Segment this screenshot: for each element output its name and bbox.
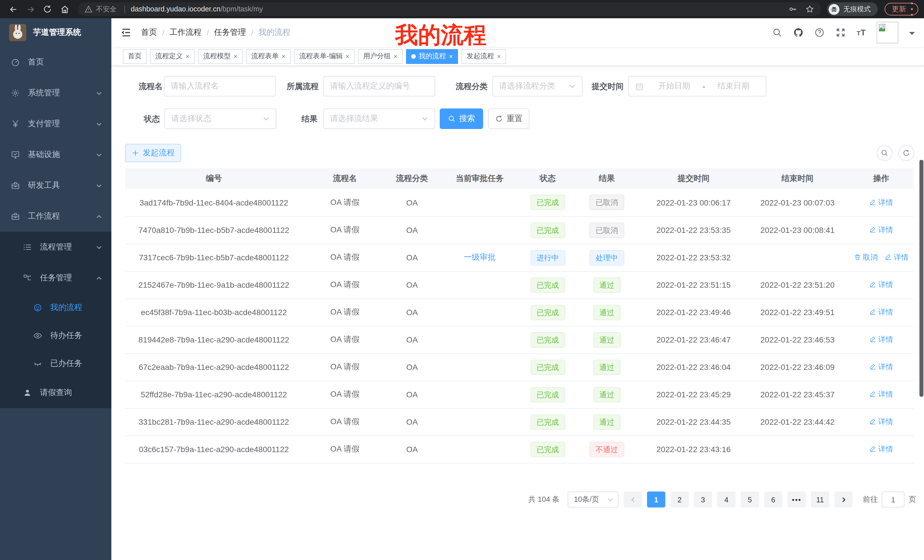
- col-name: 流程名: [303, 168, 387, 189]
- toggle-search-button[interactable]: [877, 145, 892, 161]
- tab-process-definition[interactable]: 流程定义×: [150, 49, 195, 64]
- detail-button[interactable]: 详情: [869, 280, 893, 290]
- process-table: 编号 流程名 流程分类 当前审批任务 状态 结果 提交时间 结束时间 操作: [125, 168, 914, 463]
- detail-button[interactable]: 详情: [869, 225, 893, 235]
- goto-page-input[interactable]: [882, 491, 904, 508]
- breadcrumb-task-mgmt[interactable]: 任务管理: [214, 27, 246, 38]
- reload-icon[interactable]: [40, 2, 55, 16]
- page-button-11[interactable]: 11: [811, 491, 829, 508]
- key-icon[interactable]: [788, 4, 797, 14]
- app-logo[interactable]: 芋道管理系统: [0, 18, 111, 47]
- home-icon[interactable]: [57, 2, 72, 16]
- sidebar-item-leave-query[interactable]: 请假查询: [0, 377, 111, 408]
- detail-button[interactable]: 详情: [869, 307, 893, 317]
- tab-process-model[interactable]: 流程模型×: [198, 49, 243, 64]
- sidebar-item-system[interactable]: 系统管理: [0, 78, 111, 108]
- chevron-down-icon: [96, 151, 102, 158]
- detail-button[interactable]: 详情: [869, 389, 893, 400]
- process-definition-input[interactable]: 请输入流程定义的编号: [323, 76, 435, 96]
- app-title: 芋道管理系统: [33, 27, 81, 38]
- tab-my-process[interactable]: 我的流程×: [406, 49, 458, 64]
- cancel-button[interactable]: 取消: [854, 252, 878, 263]
- detail-button[interactable]: 详情: [885, 252, 909, 263]
- page-button-4[interactable]: 4: [717, 491, 735, 508]
- back-icon[interactable]: [6, 2, 21, 16]
- chevron-up-icon: [96, 213, 102, 220]
- next-page-button[interactable]: [834, 491, 853, 508]
- col-current-task: 当前审批任务: [437, 168, 522, 189]
- tab-home[interactable]: 首页: [123, 49, 147, 64]
- status-select[interactable]: 请选择状态: [165, 108, 276, 129]
- sidebar-item-payment[interactable]: 支付管理: [0, 108, 111, 139]
- result-select[interactable]: 请选择流结果: [323, 108, 435, 129]
- detail-button[interactable]: 详情: [869, 334, 893, 345]
- url-bar[interactable]: 不安全 dashboard.yudao.iocoder.cn/bpm/task/…: [78, 2, 821, 16]
- close-icon[interactable]: ×: [186, 53, 190, 60]
- sidebar-item-workflow[interactable]: 工作流程: [0, 201, 111, 232]
- tab-process-form-edit[interactable]: 流程表单-编辑×: [294, 49, 355, 64]
- avatar[interactable]: [877, 22, 898, 43]
- page-button-6[interactable]: 6: [764, 491, 782, 508]
- reset-button[interactable]: 重置: [488, 108, 530, 129]
- screen: 不安全 dashboard.yudao.iocoder.cn/bpm/task/…: [0, 0, 924, 560]
- fullscreen-icon[interactable]: [836, 27, 846, 38]
- table-row: 03c6c157-7b9a-11ec-a290-acde48001122OA 请…: [125, 436, 914, 463]
- chevron-down-icon: [96, 244, 102, 250]
- browser-update-button[interactable]: 更新 •••: [885, 3, 918, 15]
- detail-button[interactable]: 详情: [869, 417, 893, 427]
- detail-button[interactable]: 详情: [869, 444, 893, 454]
- sidebar-item-devtools[interactable]: 研发工具: [0, 170, 111, 201]
- tab-process-form[interactable]: 流程表单×: [246, 49, 291, 64]
- font-size-icon[interactable]: TT: [856, 27, 866, 38]
- github-icon[interactable]: [793, 27, 804, 38]
- process-category-select[interactable]: 请选择流程分类: [492, 76, 582, 96]
- forward-icon[interactable]: [23, 2, 38, 16]
- chevron-down-icon: [607, 496, 614, 503]
- collapse-sidebar-icon[interactable]: [120, 27, 132, 38]
- result-badge: 已取消: [590, 195, 624, 210]
- start-process-button[interactable]: 发起流程: [125, 144, 181, 162]
- tab-user-group[interactable]: 用户分组×: [358, 49, 403, 64]
- sidebar-item-done-tasks[interactable]: 已办任务: [0, 349, 111, 377]
- help-icon[interactable]: [814, 27, 825, 38]
- close-icon[interactable]: ×: [497, 53, 501, 60]
- page-button-3[interactable]: 3: [694, 491, 712, 508]
- window-scrollbar[interactable]: [920, 160, 923, 397]
- caret-down-icon[interactable]: [909, 32, 915, 38]
- search-icon: [448, 115, 456, 123]
- sidebar-item-process-mgmt[interactable]: 流程管理: [0, 232, 111, 263]
- delete-icon: [854, 254, 861, 261]
- browser-menu-icon[interactable]: •••: [911, 1, 913, 18]
- page-button-2[interactable]: 2: [670, 491, 689, 508]
- prev-page-button[interactable]: [624, 491, 642, 508]
- close-icon[interactable]: ×: [234, 53, 238, 60]
- sidebar-item-task-mgmt[interactable]: 任务管理: [0, 263, 111, 293]
- close-icon[interactable]: ×: [393, 53, 398, 60]
- submit-time-range-picker[interactable]: 开始日期 - 结束日期: [628, 76, 766, 96]
- close-icon[interactable]: ×: [449, 53, 453, 60]
- close-icon[interactable]: ×: [345, 53, 350, 60]
- sidebar-item-todo-tasks[interactable]: 待办任务: [0, 321, 111, 349]
- sidebar-item-home[interactable]: 首页: [0, 47, 111, 78]
- search-button[interactable]: 搜索: [440, 108, 483, 129]
- page-button-1[interactable]: 1: [647, 491, 665, 508]
- bookmark-star-icon[interactable]: [805, 4, 814, 14]
- breadcrumb-workflow[interactable]: 工作流程: [170, 27, 202, 38]
- tab-start-process[interactable]: 发起流程×: [461, 49, 506, 64]
- page-size-select[interactable]: 10条/页: [568, 491, 618, 508]
- more-pages-icon[interactable]: •••: [788, 491, 806, 508]
- process-name-input[interactable]: 请输入流程名: [164, 76, 276, 96]
- filter-name-label: 流程名: [120, 76, 163, 96]
- sidebar-item-my-process[interactable]: 我的流程: [0, 293, 111, 321]
- edit-pen-icon: [869, 446, 877, 453]
- page-button-5[interactable]: 5: [741, 491, 759, 508]
- detail-button[interactable]: 详情: [869, 197, 893, 208]
- close-icon[interactable]: ×: [282, 53, 285, 60]
- current-task-link[interactable]: 一级审批: [464, 252, 496, 262]
- divider: [124, 5, 125, 13]
- sidebar-item-infra[interactable]: 基础设施: [0, 139, 111, 170]
- refresh-table-button[interactable]: [898, 145, 914, 161]
- detail-button[interactable]: 详情: [869, 362, 893, 372]
- breadcrumb-home[interactable]: 首页: [141, 27, 157, 38]
- header-search-icon[interactable]: [772, 27, 782, 38]
